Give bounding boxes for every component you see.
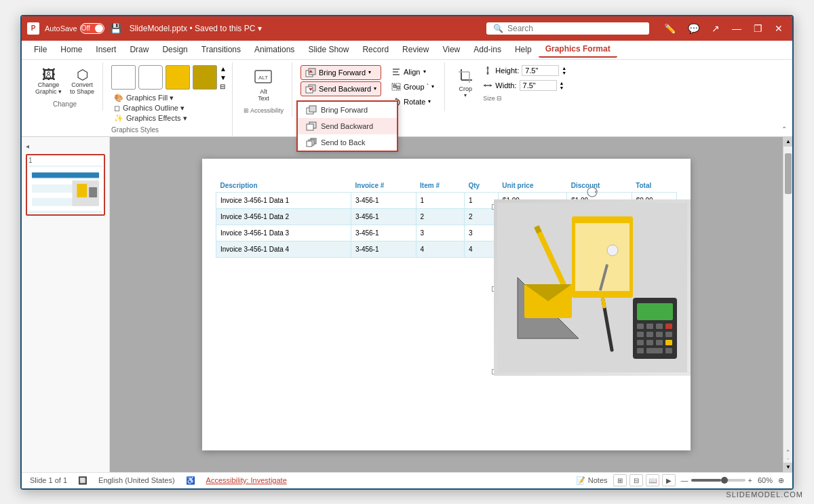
send-backward-label: Send Backward xyxy=(319,85,371,93)
fill-icon: 🎨 xyxy=(114,94,123,102)
scroll-track[interactable] xyxy=(783,147,792,446)
height-up[interactable]: ▲ xyxy=(562,66,566,71)
zoom-percentage[interactable]: 60% xyxy=(758,476,773,484)
svg-rect-68 xyxy=(665,348,672,353)
bring-forward-arrow: ▾ xyxy=(368,69,371,75)
svg-rect-21 xyxy=(307,141,312,147)
zoom-in-scroll[interactable]: + xyxy=(786,448,790,454)
col-header-discount: Discount xyxy=(567,179,632,193)
dropdown-send-backward[interactable]: Send Backward xyxy=(298,118,397,134)
zoom-track[interactable] xyxy=(691,479,745,482)
menu-graphics-format[interactable]: Graphics Format xyxy=(539,41,617,58)
comment-icon[interactable]: 💬 xyxy=(684,22,703,35)
menu-draw[interactable]: Draw xyxy=(123,42,155,57)
close-button[interactable]: ✕ xyxy=(771,22,787,35)
graphics-effects-button[interactable]: ✨ Graphics Effects ▾ xyxy=(111,113,227,123)
width-input[interactable] xyxy=(520,80,557,91)
menu-file[interactable]: File xyxy=(27,42,54,57)
scroll-thumb[interactable] xyxy=(785,153,792,194)
width-down[interactable]: ▼ xyxy=(560,85,564,90)
scroll-down-button[interactable]: ▼ xyxy=(783,463,792,472)
slide-sorter-button[interactable]: ⊟ xyxy=(629,474,643,486)
styles-expand-button[interactable]: ⊟ xyxy=(220,83,227,90)
menu-review[interactable]: Review xyxy=(395,42,435,57)
cell-qty-4: 4 xyxy=(464,241,498,257)
search-bar[interactable]: 🔍 xyxy=(486,22,649,35)
collapse-icon: ⌃ xyxy=(781,125,787,133)
menu-transitions[interactable]: Transitions xyxy=(195,42,248,57)
col-header-unit-price: Unit price xyxy=(498,179,566,193)
styles-up-button[interactable]: ▲ xyxy=(220,65,227,73)
save-icon[interactable]: 💾 xyxy=(110,23,121,34)
width-up[interactable]: ▲ xyxy=(560,81,564,85)
share-icon[interactable]: ↗ xyxy=(708,22,724,35)
collapse-icon-panel[interactable]: ◂ xyxy=(26,142,29,150)
height-input[interactable] xyxy=(522,65,559,76)
pen-icon[interactable]: ✏️ xyxy=(660,22,680,35)
rotation-handle[interactable] xyxy=(586,186,598,198)
search-input[interactable] xyxy=(507,24,629,33)
accessibility-status[interactable]: Accessibility: Investigate xyxy=(206,476,287,484)
menu-slideshow[interactable]: Slide Show xyxy=(301,42,355,57)
maximize-button[interactable]: ❐ xyxy=(750,22,767,35)
fit-slide-icon[interactable]: ⊕ xyxy=(778,476,784,485)
send-backward-button[interactable]: Send Backward ▾ xyxy=(301,81,381,96)
zoom-plus[interactable]: + xyxy=(748,476,752,484)
group-arrow: ▾ xyxy=(431,83,434,90)
effects-list: 🎨 Graphics Fill ▾ ◻ Graphics Outline ▾ ✨… xyxy=(111,93,227,123)
svg-rect-62 xyxy=(637,340,644,345)
menu-view[interactable]: View xyxy=(435,42,467,57)
zoom-slider[interactable]: — + xyxy=(681,476,752,484)
ribbon-collapse[interactable]: ⌃ xyxy=(781,124,787,136)
style-square-3[interactable] xyxy=(166,65,190,90)
style-square-4[interactable] xyxy=(193,65,217,90)
change-graphic-button[interactable]: 🖼 Change Graphic ▾ xyxy=(33,65,64,98)
crop-arrow: ▾ xyxy=(464,92,467,98)
group-button[interactable]: Group ` ▾ xyxy=(387,80,439,94)
menu-record[interactable]: Record xyxy=(355,42,395,57)
svg-text:ALT: ALT xyxy=(258,75,268,81)
menu-help[interactable]: Help xyxy=(508,42,539,57)
menu-design[interactable]: Design xyxy=(155,42,194,57)
scroll-up-button[interactable]: ▲ xyxy=(783,137,792,147)
presenter-view-button[interactable]: ▶ xyxy=(662,474,676,486)
language: English (United States) xyxy=(98,476,175,484)
zoom-out-scroll[interactable]: - xyxy=(787,455,789,461)
accessibility-label: ⊞ Accessibility xyxy=(244,107,284,114)
height-down[interactable]: ▼ xyxy=(562,71,566,75)
bring-forward-button[interactable]: Bring Forward ▾ xyxy=(301,65,381,80)
height-row: Height: ▲ ▼ xyxy=(483,65,566,76)
svg-rect-55 xyxy=(646,324,653,329)
dropdown-send-backward-icon xyxy=(306,121,317,131)
dropdown-send-to-back[interactable]: Send to Back xyxy=(298,134,397,151)
minimize-button[interactable]: — xyxy=(728,22,745,35)
dropdown-bring-forward[interactable]: Bring Forward xyxy=(298,102,397,118)
svg-rect-59 xyxy=(646,332,653,337)
menu-animations[interactable]: Animations xyxy=(248,42,301,57)
cell-qty-3: 3 xyxy=(464,225,498,241)
notes-button[interactable]: 📝 Notes xyxy=(576,476,608,485)
autosave-toggle[interactable]: Off xyxy=(80,23,104,34)
menu-insert[interactable]: Insert xyxy=(89,42,123,57)
graphic-overlay[interactable] xyxy=(494,199,691,376)
size-expand-icon[interactable]: ⊟ xyxy=(497,95,502,102)
zoom-knob[interactable] xyxy=(721,477,728,484)
alt-text-button[interactable]: ALT Alt Text xyxy=(250,65,277,104)
style-square-2[interactable] xyxy=(138,65,163,90)
styles-down-button[interactable]: ▼ xyxy=(220,74,227,81)
style-square-1[interactable] xyxy=(111,65,136,90)
align-button[interactable]: Align ▾ xyxy=(387,65,439,79)
menu-home[interactable]: Home xyxy=(54,42,89,57)
normal-view-button[interactable]: ⊞ xyxy=(613,474,627,486)
reading-view-button[interactable]: 📖 xyxy=(646,474,659,486)
convert-to-shape-button[interactable]: ⬡ Convert to Shape xyxy=(67,65,97,98)
graphics-outline-button[interactable]: ◻ Graphics Outline ▾ xyxy=(111,103,227,113)
slide-thumbnail-1[interactable]: 1 xyxy=(26,154,105,216)
zoom-minus[interactable]: — xyxy=(681,476,689,484)
canvas-area: Description Invoice # Item # Qty Unit pr… xyxy=(110,137,783,472)
menu-addins[interactable]: Add-ins xyxy=(467,42,508,57)
svg-rect-61 xyxy=(665,332,672,337)
logo-letter: P xyxy=(31,24,36,32)
graphics-fill-button[interactable]: 🎨 Graphics Fill ▾ xyxy=(111,93,227,103)
crop-button[interactable]: Crop ▾ xyxy=(453,65,478,101)
